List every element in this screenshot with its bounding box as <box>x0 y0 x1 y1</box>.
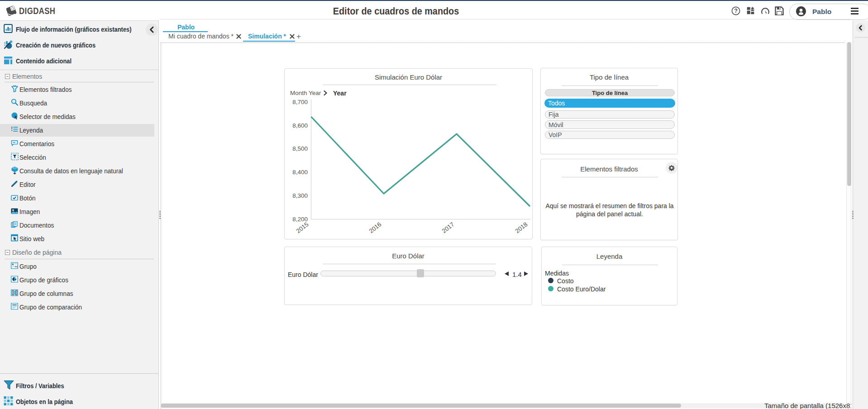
svg-text:2016: 2016 <box>368 221 383 234</box>
svg-text:2015: 2015 <box>295 221 310 234</box>
svg-text:8,500: 8,500 <box>292 145 308 152</box>
svg-text:2017: 2017 <box>441 221 456 234</box>
svg-text:8,400: 8,400 <box>292 169 308 176</box>
svg-text:?: ? <box>734 8 738 14</box>
svg-text:2018: 2018 <box>514 221 529 234</box>
svg-text:8,700: 8,700 <box>292 99 308 105</box>
svg-text:8,600: 8,600 <box>292 122 308 129</box>
svg-text:8,300: 8,300 <box>292 192 308 199</box>
